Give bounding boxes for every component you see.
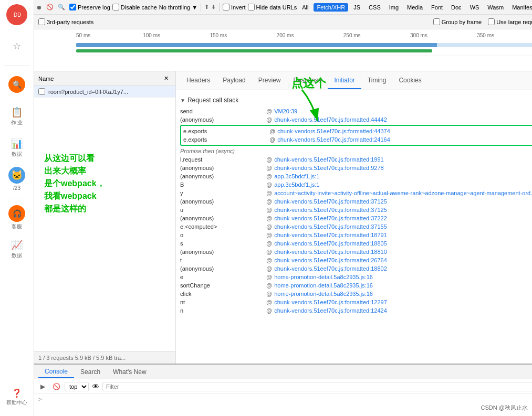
call-stack-loc-5[interactable]: chunk-vendors.51eef70c.js:formatted:1991 (274, 156, 384, 163)
filter-icon[interactable]: 🔍 (58, 4, 65, 10)
sidebar-item-avatar[interactable]: 🐱 /23 (0, 164, 34, 194)
data1-icon: 📊 (11, 138, 23, 150)
invert-checkbox[interactable]: Invert (223, 4, 246, 10)
tab-timing[interactable]: Timing (361, 72, 393, 89)
clear-icon[interactable]: 🚫 (46, 4, 54, 10)
call-stack-loc-3[interactable]: chunk-vendors.51eef70c.js:formatted:2416… (277, 136, 390, 143)
sidebar-item-data1[interactable]: 📊 数据 (0, 133, 34, 162)
sidebar-item-data2[interactable]: 📈 数据 (0, 234, 34, 263)
filter-tab-img[interactable]: Img (386, 3, 402, 12)
console-tab-search[interactable]: Search (74, 366, 107, 378)
sidebar-item-star[interactable]: ☆ (0, 31, 34, 61)
console-clear-btn[interactable]: 🚫 (51, 381, 61, 392)
tab-headers[interactable]: Headers (180, 72, 216, 89)
no-throttling-select[interactable]: No throttling ▼ (159, 4, 197, 10)
call-stack-row-3: e.exports @ chunk-vendors.51eef70c.js:fo… (183, 135, 532, 144)
console-toolbar: ▶ 🚫 top 👁 Default levels ▼ 1 Issue: (34, 379, 532, 394)
timeline-label-100: 100 ms (143, 33, 210, 38)
filter-tab-css[interactable]: CSS (366, 3, 384, 12)
call-stack-loc-2[interactable]: chunk-vendors.51eef70c.js:formatted:4437… (277, 128, 390, 134)
import-icon[interactable]: ⬆ (204, 4, 209, 10)
filter-tab-manifest[interactable]: Manifest (509, 3, 532, 12)
call-stack-loc-8[interactable]: app.3c5bdcf1.js:1 (274, 182, 319, 188)
call-stack-row-5: l.request @ chunk-vendors.51eef70c.js:fo… (180, 155, 532, 164)
call-stack-loc-22[interactable]: chunk-vendors.51eef70c.js:formatted:1229… (274, 299, 387, 305)
filter-tab-font[interactable]: Font (428, 3, 446, 12)
tab-payload[interactable]: Payload (216, 72, 252, 89)
console-run-btn[interactable]: ▶ (37, 381, 48, 392)
star-icon: ☆ (13, 40, 21, 52)
console-tab-console[interactable]: Console (38, 366, 74, 378)
request-checkbox-0[interactable] (38, 88, 45, 95)
call-stack-title: Request call stack (180, 97, 532, 104)
filter-tab-doc[interactable]: Doc (448, 3, 465, 12)
group-by-frame-checkbox[interactable]: Group by frame (433, 18, 482, 25)
call-stack-loc-16[interactable]: chunk-vendors.51eef70c.js:formatted:1881… (274, 249, 387, 255)
sidebar-item-help[interactable]: ❓ 帮助中心 (0, 382, 34, 412)
filter-tab-media[interactable]: Media (404, 3, 426, 12)
call-stack-row-17: t @ chunk-vendors.51eef70c.js:formatted:… (180, 256, 532, 264)
sidebar-item-search[interactable]: 🔍 (0, 70, 34, 99)
hide-data-urls-checkbox[interactable]: Hide data URLs (248, 4, 297, 10)
call-stack-loc-17[interactable]: chunk-vendors.51eef70c.js:formatted:2676… (274, 257, 387, 263)
call-stack-row-6: (anonymous) @ chunk-vendors.51eef70c.js:… (180, 164, 532, 172)
call-stack-loc-6[interactable]: chunk-vendors.51eef70c.js:formatted:9278 (274, 165, 384, 171)
call-stack-loc-9[interactable]: account~activity-invite~activity-offline… (274, 190, 532, 196)
sidebar-item-work[interactable]: 📋 作 业 (0, 101, 34, 131)
filter-tab-js[interactable]: JS (350, 3, 363, 12)
console-eye-icon[interactable]: 👁 (92, 382, 99, 391)
csdn-watermark: CSDN @秋风止水 (481, 404, 528, 412)
tab-response[interactable]: Response (287, 72, 328, 89)
requests-header: Name ✕ (34, 71, 175, 86)
call-stack-row-7: (anonymous) @ app.3c5bdcf1.js:1 (180, 172, 532, 180)
left-sidebar: DD ☆ 🔍 📋 作 业 📊 数据 🐱 /23 🎧 客服 📈 (0, 0, 34, 416)
service-icon: 🎧 (8, 205, 25, 222)
export-icon[interactable]: ⬇ (211, 4, 216, 10)
sidebar-item-service[interactable]: 🎧 客服 (0, 202, 34, 232)
call-stack-loc-1[interactable]: chunk-vendors.51eef70c.js:formatted:4444… (274, 116, 387, 123)
call-stack-loc-11[interactable]: chunk-vendors.51eef70c.js:formatted:3712… (274, 207, 387, 213)
use-large-rows-checkbox[interactable]: Use large request rows (488, 18, 532, 25)
call-stack-loc-7[interactable]: app.3c5bdcf1.js:1 (274, 173, 319, 179)
call-stack-loc-18[interactable]: chunk-vendors.51eef70c.js:formatted:1880… (274, 265, 387, 272)
detail-tabs: Headers Payload Preview Response Initiat… (176, 71, 532, 90)
call-stack-loc-23[interactable]: chunk-vendors.51eef70c.js:formatted:1242… (274, 307, 387, 314)
data2-icon: 📈 (11, 239, 23, 251)
record-icon[interactable]: ⏺ (36, 4, 42, 10)
sidebar-divider-2 (4, 198, 30, 198)
filter-tab-ws[interactable]: WS (467, 3, 483, 12)
col-x-header[interactable]: ✕ (161, 75, 171, 82)
call-stack-loc-10[interactable]: chunk-vendors.51eef70c.js:formatted:3712… (274, 198, 387, 205)
console-tab-whatsnew[interactable]: What's New (107, 366, 153, 378)
console-context-select[interactable]: top (65, 382, 89, 391)
call-stack-row-13: e.<computed> @ chunk-vendors.51eef70c.js… (180, 222, 532, 231)
help-label: 帮助中心 (6, 400, 27, 406)
filter-tab-all[interactable]: All (299, 3, 311, 12)
timeline-label-350: 350 ms (477, 33, 532, 38)
call-stack-loc-19[interactable]: home-promotion-detail.5a8c2935.js:16 (274, 274, 373, 280)
call-stack-loc-15[interactable]: chunk-vendors.51eef70c.js:formatted:1880… (274, 240, 387, 247)
request-row-0[interactable]: room?product_id=0IHXaJ1y7... (34, 86, 175, 98)
call-stack-loc-13[interactable]: chunk-vendors.51eef70c.js:formatted:3715… (274, 223, 387, 230)
avatar-label: /23 (13, 185, 20, 191)
timeline-label-200: 200 ms (277, 33, 343, 38)
tab-cookies[interactable]: Cookies (392, 72, 427, 89)
preserve-log-checkbox[interactable]: Preserve log (69, 4, 110, 10)
main-container: DD ☆ 🔍 📋 作 业 📊 数据 🐱 /23 🎧 客服 📈 (0, 0, 532, 416)
tab-preview[interactable]: Preview (252, 72, 287, 89)
third-party-checkbox[interactable]: 3rd-party requests (38, 18, 93, 25)
call-stack-row-18: (anonymous) @ chunk-vendors.51eef70c.js:… (180, 264, 532, 273)
call-stack-loc-0[interactable]: VM20:39 (274, 108, 297, 114)
call-stack-loc-21[interactable]: home-promotion-detail.5a8c2935.js:16 (274, 291, 373, 297)
call-stack-loc-20[interactable]: home-promotion-detail.5a8c2935.js:16 (274, 282, 373, 289)
disable-cache-checkbox[interactable]: Disable cache (112, 4, 157, 10)
filter-tab-fetch[interactable]: Fetch/XHR (314, 3, 348, 12)
sidebar-logo[interactable]: DD (6, 4, 27, 25)
console-filter-input[interactable] (102, 382, 532, 391)
tab-initiator[interactable]: Initiator (328, 72, 361, 89)
filter-tab-wasm[interactable]: Wasm (484, 3, 507, 12)
call-stack-loc-12[interactable]: chunk-vendors.51eef70c.js:formatted:3722… (274, 215, 387, 221)
timeline-label-50: 50 ms (76, 33, 143, 38)
call-stack-row-20: sortChange @ home-promotion-detail.5a8c2… (180, 281, 532, 290)
call-stack-loc-14[interactable]: chunk-vendors.51eef70c.js:formatted:1879… (274, 232, 387, 238)
